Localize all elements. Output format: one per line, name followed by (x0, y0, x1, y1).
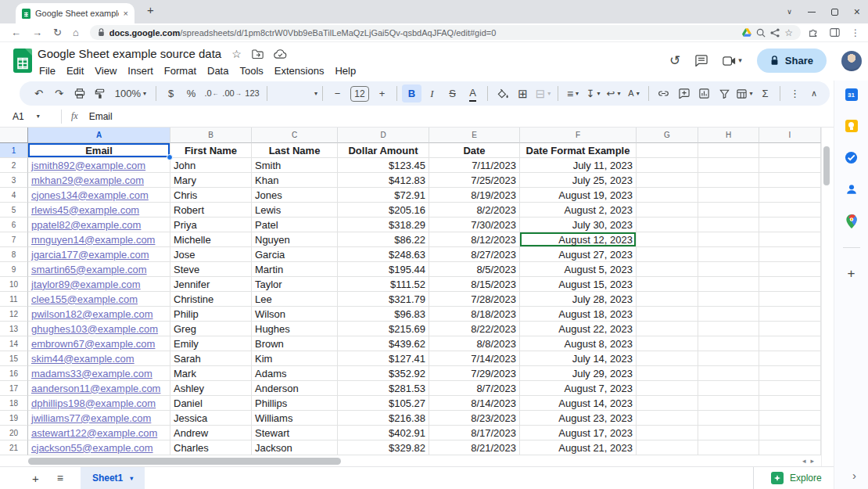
cell-A6[interactable]: ppatel82@example.com (28, 218, 170, 232)
forward-icon[interactable]: → (32, 27, 42, 38)
column-header-H[interactable]: H (698, 128, 759, 143)
tab-sheet1[interactable]: Sheet1 ▾ (81, 467, 145, 489)
cell-H5[interactable] (698, 203, 759, 218)
window-menu-icon[interactable]: ∨ (787, 8, 792, 16)
cell-F12[interactable]: August 18, 2023 (520, 307, 637, 322)
cell-B2[interactable]: John (170, 158, 252, 173)
cell-I9[interactable] (759, 262, 821, 277)
menu-edit[interactable]: Edit (61, 63, 89, 78)
functions-button[interactable]: Σ (755, 84, 775, 102)
cell-A9[interactable]: smartin65@example.com (28, 262, 170, 277)
tasks-icon[interactable] (845, 151, 858, 164)
cell-I18[interactable] (759, 396, 821, 411)
cell-E2[interactable]: 7/11/2023 (429, 158, 520, 173)
cell-G15[interactable] (637, 351, 698, 366)
cell-G18[interactable] (637, 396, 698, 411)
cell-F4[interactable]: August 19, 2023 (520, 188, 637, 203)
cell-H21[interactable] (698, 440, 759, 455)
cell-G6[interactable] (637, 218, 698, 232)
tab-close-icon[interactable]: × (124, 9, 128, 18)
cell-C20[interactable]: Stewart (252, 426, 338, 440)
cell-H12[interactable] (698, 307, 759, 322)
row-header-14[interactable]: 14 (0, 336, 28, 351)
column-header-C[interactable]: C (252, 128, 338, 143)
cell-D7[interactable]: $86.22 (338, 232, 429, 247)
row-header-12[interactable]: 12 (0, 307, 28, 322)
cell-H9[interactable] (698, 262, 759, 277)
redo-icon[interactable]: ↷ (49, 84, 69, 102)
cell-C2[interactable]: Smith (252, 158, 338, 173)
cell-E9[interactable]: 8/5/2023 (429, 262, 520, 277)
row-header-20[interactable]: 20 (0, 426, 28, 440)
row-header-6[interactable]: 6 (0, 218, 28, 232)
cell-C14[interactable]: Brown (252, 336, 338, 351)
cell-A3[interactable]: mkhan29@example.com (28, 173, 170, 188)
cell-G11[interactable] (637, 292, 698, 307)
format-percent-button[interactable]: % (181, 84, 201, 102)
cell-D15[interactable]: $127.41 (338, 351, 429, 366)
cell-C7[interactable]: Nguyen (252, 232, 338, 247)
column-header-F[interactable]: F (520, 128, 637, 143)
cell-B12[interactable]: Philip (170, 307, 252, 322)
cell-D2[interactable]: $123.45 (338, 158, 429, 173)
row-header-18[interactable]: 18 (0, 396, 28, 411)
row-header-10[interactable]: 10 (0, 277, 28, 292)
reload-icon[interactable]: ↻ (53, 27, 62, 38)
increase-decimal-button[interactable]: .00→ (222, 84, 242, 102)
cell-E11[interactable]: 7/28/2023 (429, 292, 520, 307)
column-header-A[interactable]: A (28, 128, 170, 143)
cell-B4[interactable]: Chris (170, 188, 252, 203)
cell-B20[interactable]: Andrew (170, 426, 252, 440)
cell-A7[interactable]: mnguyen14@example.com (28, 232, 170, 247)
name-box-caret-icon[interactable]: ▾ (37, 113, 40, 120)
cell-D10[interactable]: $111.52 (338, 277, 429, 292)
cell-F16[interactable]: July 29, 2023 (520, 366, 637, 381)
add-sheet-icon[interactable]: + (32, 473, 39, 484)
cell-D6[interactable]: $318.29 (338, 218, 429, 232)
column-header-B[interactable]: B (170, 128, 252, 143)
menu-tools[interactable]: Tools (234, 63, 268, 78)
cell-H17[interactable] (698, 381, 759, 396)
cell-A16[interactable]: madams33@example.com (28, 366, 170, 381)
cell-I11[interactable] (759, 292, 821, 307)
home-icon[interactable]: ⌂ (73, 27, 79, 38)
share-button[interactable]: Share (757, 49, 827, 73)
extensions-puzzle-icon[interactable] (809, 27, 819, 38)
vertical-align-icon[interactable]: ↧▾ (583, 84, 603, 102)
cell-F6[interactable]: July 30, 2023 (520, 218, 637, 232)
table-views-icon[interactable]: ▾ (735, 84, 755, 102)
sheets-logo-icon[interactable] (13, 49, 32, 76)
cell-C9[interactable]: Martin (252, 262, 338, 277)
keep-icon[interactable] (845, 120, 858, 132)
cell-F20[interactable]: August 17, 2023 (520, 426, 637, 440)
cell-H13[interactable] (698, 322, 759, 336)
cell-C21[interactable]: Jackson (252, 440, 338, 455)
row-header-11[interactable]: 11 (0, 292, 28, 307)
cell-D13[interactable]: $215.69 (338, 322, 429, 336)
cell-H15[interactable] (698, 351, 759, 366)
cell-C15[interactable]: Kim (252, 351, 338, 366)
column-header-I[interactable]: I (759, 128, 821, 143)
cell-H11[interactable] (698, 292, 759, 307)
cell-E17[interactable]: 8/7/2023 (429, 381, 520, 396)
star-document-icon[interactable]: ☆ (231, 49, 242, 59)
version-history-icon[interactable]: ↺ (669, 54, 680, 67)
cell-F15[interactable]: July 14, 2023 (520, 351, 637, 366)
row-header-7[interactable]: 7 (0, 232, 28, 247)
cell-E15[interactable]: 7/14/2023 (429, 351, 520, 366)
cell-A4[interactable]: cjones134@example.com (28, 188, 170, 203)
undo-icon[interactable]: ↶ (29, 84, 48, 102)
cell-F21[interactable]: August 21, 2023 (520, 440, 637, 455)
panel-expand-icon[interactable]: › (852, 469, 856, 482)
cell-D12[interactable]: $96.83 (338, 307, 429, 322)
cell-I19[interactable] (759, 411, 821, 426)
cell-I7[interactable] (759, 232, 821, 247)
scroll-right-icon[interactable]: ▸ (811, 457, 820, 465)
video-call-caret-icon[interactable]: ▾ (738, 57, 742, 64)
cell-H14[interactable] (698, 336, 759, 351)
vertical-scrollbar-thumb[interactable] (823, 146, 830, 185)
format-currency-button[interactable]: $ (161, 84, 181, 102)
horizontal-scrollbar-thumb[interactable] (28, 458, 341, 465)
cell-H16[interactable] (698, 366, 759, 381)
select-all-corner[interactable] (0, 128, 28, 143)
